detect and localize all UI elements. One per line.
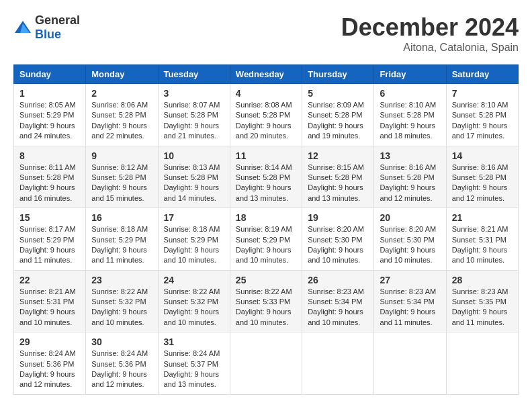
day-number: 2: [91, 88, 152, 99]
day-content: Sunrise: 8:08 AM Sunset: 5:28 PM Dayligh…: [236, 100, 296, 142]
day-number: 23: [91, 275, 152, 285]
calendar-cell: 1Sunrise: 8:05 AM Sunset: 5:29 PM Daylig…: [14, 84, 86, 146]
calendar-cell: 12Sunrise: 8:15 AM Sunset: 5:28 PM Dayli…: [302, 146, 374, 208]
day-number: 26: [308, 275, 368, 285]
day-number: 11: [236, 150, 296, 161]
day-number: 30: [91, 336, 152, 347]
calendar-cell: 23Sunrise: 8:22 AM Sunset: 5:32 PM Dayli…: [86, 270, 158, 332]
calendar-cell: 4Sunrise: 8:08 AM Sunset: 5:28 PM Daylig…: [230, 84, 302, 146]
calendar-week-5: 29Sunrise: 8:24 AM Sunset: 5:36 PM Dayli…: [14, 332, 519, 395]
day-number: 20: [380, 212, 440, 223]
day-number: 1: [19, 88, 80, 99]
logo-general: General: [35, 13, 80, 27]
day-content: Sunrise: 8:10 AM Sunset: 5:28 PM Dayligh…: [380, 100, 440, 142]
calendar-cell: 13Sunrise: 8:16 AM Sunset: 5:28 PM Dayli…: [374, 146, 446, 208]
calendar-cell: 5Sunrise: 8:09 AM Sunset: 5:28 PM Daylig…: [302, 84, 374, 146]
day-content: Sunrise: 8:22 AM Sunset: 5:33 PM Dayligh…: [236, 287, 296, 328]
day-number: 28: [452, 275, 513, 285]
day-number: 15: [19, 212, 80, 223]
day-number: 12: [308, 150, 368, 161]
day-content: Sunrise: 8:20 AM Sunset: 5:30 PM Dayligh…: [308, 224, 368, 266]
calendar-cell: 7Sunrise: 8:10 AM Sunset: 5:28 PM Daylig…: [446, 84, 518, 146]
day-content: Sunrise: 8:15 AM Sunset: 5:28 PM Dayligh…: [308, 163, 368, 204]
day-number: 25: [236, 275, 296, 285]
title-block: December 2024 Aitona, Catalonia, Spain: [341, 13, 519, 54]
column-header-saturday: Saturday: [446, 65, 518, 84]
calendar-cell: 6Sunrise: 8:10 AM Sunset: 5:28 PM Daylig…: [374, 84, 446, 146]
day-content: Sunrise: 8:16 AM Sunset: 5:28 PM Dayligh…: [380, 163, 440, 204]
calendar-cell: 3Sunrise: 8:07 AM Sunset: 5:28 PM Daylig…: [158, 84, 230, 146]
column-header-tuesday: Tuesday: [158, 65, 230, 84]
day-number: 5: [308, 88, 368, 99]
calendar-cell: 11Sunrise: 8:14 AM Sunset: 5:28 PM Dayli…: [230, 146, 302, 208]
day-content: Sunrise: 8:16 AM Sunset: 5:28 PM Dayligh…: [452, 163, 513, 204]
calendar-cell: 8Sunrise: 8:11 AM Sunset: 5:28 PM Daylig…: [14, 146, 86, 208]
day-number: 24: [164, 275, 224, 285]
calendar-cell: 26Sunrise: 8:23 AM Sunset: 5:34 PM Dayli…: [302, 270, 374, 332]
column-header-friday: Friday: [374, 65, 446, 84]
day-content: Sunrise: 8:24 AM Sunset: 5:36 PM Dayligh…: [19, 349, 80, 390]
day-content: Sunrise: 8:21 AM Sunset: 5:31 PM Dayligh…: [452, 224, 513, 266]
day-content: Sunrise: 8:10 AM Sunset: 5:28 PM Dayligh…: [452, 100, 513, 142]
day-number: 31: [164, 336, 224, 347]
day-content: Sunrise: 8:18 AM Sunset: 5:29 PM Dayligh…: [164, 224, 224, 266]
calendar-cell: [446, 332, 518, 395]
calendar-cell: [302, 332, 374, 395]
calendar-cell: 27Sunrise: 8:23 AM Sunset: 5:34 PM Dayli…: [374, 270, 446, 332]
calendar-week-3: 15Sunrise: 8:17 AM Sunset: 5:29 PM Dayli…: [14, 208, 519, 271]
day-number: 18: [236, 212, 296, 223]
month-title: December 2024: [341, 13, 519, 42]
calendar-cell: 19Sunrise: 8:20 AM Sunset: 5:30 PM Dayli…: [302, 208, 374, 271]
calendar-cell: 30Sunrise: 8:24 AM Sunset: 5:36 PM Dayli…: [86, 332, 158, 395]
calendar-cell: 16Sunrise: 8:18 AM Sunset: 5:29 PM Dayli…: [86, 208, 158, 271]
day-number: 16: [91, 212, 152, 223]
calendar-table: SundayMondayTuesdayWednesdayThursdayFrid…: [13, 64, 519, 395]
logo-icon: [13, 19, 32, 36]
day-content: Sunrise: 8:20 AM Sunset: 5:30 PM Dayligh…: [380, 224, 440, 266]
logo-text: General Blue: [35, 13, 80, 42]
day-content: Sunrise: 8:18 AM Sunset: 5:29 PM Dayligh…: [91, 224, 152, 266]
calendar-week-1: 1Sunrise: 8:05 AM Sunset: 5:29 PM Daylig…: [14, 84, 519, 146]
calendar-cell: 18Sunrise: 8:19 AM Sunset: 5:29 PM Dayli…: [230, 208, 302, 271]
day-content: Sunrise: 8:07 AM Sunset: 5:28 PM Dayligh…: [164, 100, 224, 142]
calendar-cell: 9Sunrise: 8:12 AM Sunset: 5:28 PM Daylig…: [86, 146, 158, 208]
calendar-cell: 24Sunrise: 8:22 AM Sunset: 5:32 PM Dayli…: [158, 270, 230, 332]
day-number: 17: [164, 212, 224, 223]
day-content: Sunrise: 8:19 AM Sunset: 5:29 PM Dayligh…: [236, 224, 296, 266]
column-header-monday: Monday: [86, 65, 158, 84]
day-number: 4: [236, 88, 296, 99]
day-content: Sunrise: 8:09 AM Sunset: 5:28 PM Dayligh…: [308, 100, 368, 142]
day-number: 14: [452, 150, 513, 161]
day-number: 19: [308, 212, 368, 223]
day-number: 7: [452, 88, 513, 99]
day-number: 21: [452, 212, 513, 223]
day-content: Sunrise: 8:21 AM Sunset: 5:31 PM Dayligh…: [19, 287, 80, 328]
logo-blue: Blue: [35, 28, 61, 41]
day-number: 22: [19, 275, 80, 285]
calendar-cell: 21Sunrise: 8:21 AM Sunset: 5:31 PM Dayli…: [446, 208, 518, 271]
calendar-week-4: 22Sunrise: 8:21 AM Sunset: 5:31 PM Dayli…: [14, 270, 519, 332]
day-content: Sunrise: 8:24 AM Sunset: 5:36 PM Dayligh…: [91, 349, 152, 390]
column-header-thursday: Thursday: [302, 65, 374, 84]
calendar-cell: 15Sunrise: 8:17 AM Sunset: 5:29 PM Dayli…: [14, 208, 86, 271]
location-title: Aitona, Catalonia, Spain: [341, 42, 519, 54]
day-content: Sunrise: 8:22 AM Sunset: 5:32 PM Dayligh…: [164, 287, 224, 328]
day-number: 29: [19, 336, 80, 347]
day-content: Sunrise: 8:11 AM Sunset: 5:28 PM Dayligh…: [19, 163, 80, 204]
day-content: Sunrise: 8:17 AM Sunset: 5:29 PM Dayligh…: [19, 224, 80, 266]
calendar-cell: [374, 332, 446, 395]
calendar-cell: 20Sunrise: 8:20 AM Sunset: 5:30 PM Dayli…: [374, 208, 446, 271]
calendar-cell: 31Sunrise: 8:24 AM Sunset: 5:37 PM Dayli…: [158, 332, 230, 395]
column-header-wednesday: Wednesday: [230, 65, 302, 84]
logo: General Blue: [13, 13, 80, 42]
calendar-cell: 14Sunrise: 8:16 AM Sunset: 5:28 PM Dayli…: [446, 146, 518, 208]
day-content: Sunrise: 8:23 AM Sunset: 5:34 PM Dayligh…: [380, 287, 440, 328]
calendar-cell: 28Sunrise: 8:23 AM Sunset: 5:35 PM Dayli…: [446, 270, 518, 332]
calendar-cell: 2Sunrise: 8:06 AM Sunset: 5:28 PM Daylig…: [86, 84, 158, 146]
day-number: 13: [380, 150, 440, 161]
day-content: Sunrise: 8:23 AM Sunset: 5:35 PM Dayligh…: [452, 287, 513, 328]
page-header: General Blue December 2024 Aitona, Catal…: [13, 13, 519, 54]
day-number: 10: [164, 150, 224, 161]
day-content: Sunrise: 8:14 AM Sunset: 5:28 PM Dayligh…: [236, 163, 296, 204]
calendar-cell: [230, 332, 302, 395]
